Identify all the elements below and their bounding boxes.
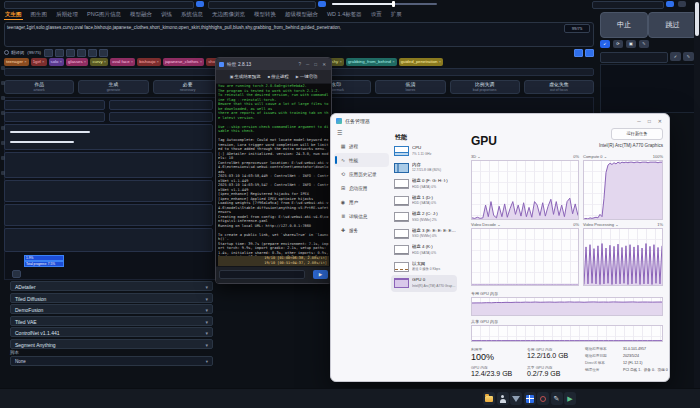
copy-icon[interactable]: [55, 49, 64, 57]
refiner-panel[interactable]: [4, 228, 213, 252]
taskbar-icon-person[interactable]: [497, 392, 509, 405]
translate-config-icon[interactable]: [585, 49, 594, 57]
undo-icon[interactable]: [77, 49, 86, 57]
tab-系统信息[interactable]: 系统信息: [180, 10, 204, 19]
negative-preset-button[interactable]: 必要necessary: [153, 80, 223, 94]
translate-toggle[interactable]: [4, 50, 9, 55]
save-style-icon[interactable]: ✎: [683, 52, 694, 61]
refresh-icon[interactable]: [196, 1, 204, 7]
rail-icon[interactable]: [1, 156, 5, 160]
perf-item-disk[interactable]: 磁盘 3 (E: E: E: E: E: E:)SSD (NVMe) 0%: [391, 226, 457, 243]
tab-无边图像浏览[interactable]: 无边图像浏览: [211, 10, 246, 19]
perf-item-disk[interactable]: 磁盘 0 (F: G: H: I:)HDD (SATA) 0%: [391, 176, 457, 193]
script-dropdown[interactable]: None ▾: [10, 356, 213, 366]
tab-模型融合[interactable]: 模型融合: [129, 10, 153, 19]
minimize-icon[interactable]: ─: [306, 62, 309, 67]
tab-图生图[interactable]: 图生图: [30, 10, 49, 19]
tab-扩展[interactable]: 扩展: [390, 10, 403, 19]
taskmgr-nav-details[interactable]: ≣详细信息: [334, 209, 389, 223]
prompt-tag-chip[interactable]: glasses: [66, 58, 88, 66]
tab-训练[interactable]: 训练: [160, 10, 173, 19]
scrollbar-thumb[interactable]: [695, 2, 699, 36]
taskmgr-nav-services[interactable]: ✚服务: [334, 223, 389, 237]
steps-field[interactable]: [4, 112, 105, 122]
extension-toggle[interactable]: [12, 270, 21, 278]
chevron-down-icon[interactable]: ⌄: [604, 154, 607, 159]
perf-item-cpu[interactable]: CPU7% 1.11 GHz: [391, 143, 457, 160]
accordion-tiled-diffusion[interactable]: Tiled Diffusion▾: [10, 293, 213, 303]
engine-label[interactable]: Video Processing: [583, 222, 614, 227]
prompt-tag-chip[interactable]: japanese_clothes: [163, 58, 204, 66]
taskmgr-nav-startup[interactable]: ⊞启动应用: [334, 181, 389, 195]
rail-icon[interactable]: [1, 171, 5, 175]
prompt-tag-chip[interactable]: grabbing_from_behind: [346, 58, 397, 66]
taskmgr-nav-history[interactable]: ⟲应用历史记录: [334, 167, 389, 181]
scrollbar-track[interactable]: [694, 0, 700, 388]
clear-prompt-icon[interactable]: ⟳: [613, 40, 623, 48]
prompt-tag-chip[interactable]: guided_penetration: [399, 58, 444, 66]
prompt-tag-chip[interactable]: 1girl: [31, 58, 47, 66]
skip-button[interactable]: 跳过: [648, 12, 697, 38]
taskbar-icon-record[interactable]: [537, 392, 549, 405]
perf-item-gpu[interactable]: GPU 0Intel(R) Arc(TM) A770 Graphics 100%: [391, 275, 457, 292]
engine-label[interactable]: Compute 0: [583, 154, 603, 159]
perf-item-eth[interactable]: 以太网发送 0 接收 0 Kbps: [391, 259, 457, 276]
taskmgr-nav-users[interactable]: ◉用户: [334, 195, 389, 209]
prompt-tag-chip[interactable]: solo: [49, 58, 65, 66]
send-command-icon[interactable]: ▶: [313, 270, 328, 279]
rail-icon[interactable]: [1, 126, 5, 130]
prompt-tag-chip[interactable]: teenager: [4, 58, 29, 66]
interrupt-button[interactable]: 中止: [600, 12, 648, 38]
prompt-tag-chip[interactable]: bishoujo: [137, 58, 161, 66]
save-icon[interactable]: [88, 49, 97, 57]
prompt-tag-chip[interactable]: curvy: [90, 58, 108, 66]
taskmgr-nav-processes[interactable]: ▦进程: [334, 139, 389, 153]
perf-item-disk[interactable]: 磁盘 4 (K:)HDD (SATA) 0%: [391, 242, 457, 259]
perf-item-disk[interactable]: 磁盘 2 (C: J:)SSD (NVMe) 2%: [391, 209, 457, 226]
console-command-input[interactable]: [219, 270, 305, 279]
engine-label[interactable]: 3D: [471, 154, 476, 159]
accordion-demofusion[interactable]: DemoFusion▾: [10, 304, 213, 314]
taskbar-icon-app-window[interactable]: [524, 392, 536, 405]
minimize-icon[interactable]: ─: [637, 118, 641, 124]
tab-PNG图片信息[interactable]: PNG图片信息: [86, 10, 122, 19]
sampler-dropdown[interactable]: [4, 100, 105, 110]
console-play-button[interactable]: ▶一键启动: [296, 74, 318, 79]
hamburger-icon[interactable]: ☰: [337, 129, 342, 136]
styles-input[interactable]: [600, 52, 668, 63]
rail-icon[interactable]: [1, 141, 5, 145]
maximize-icon[interactable]: □: [314, 62, 317, 67]
chevron-down-icon[interactable]: ⌄: [497, 222, 500, 227]
negative-preset-button[interactable]: 生成generate: [78, 80, 148, 94]
taskbar-icon-explorer[interactable]: [483, 392, 495, 405]
extra-networks-icon[interactable]: ▣: [626, 40, 636, 48]
refresh-icon[interactable]: [318, 1, 326, 7]
paste-icon[interactable]: [66, 49, 75, 57]
apply-style-icon[interactable]: ✓: [670, 52, 681, 61]
perf-item-disk[interactable]: 磁盘 1 (D:)HDD (SATA) 0%: [391, 193, 457, 210]
close-icon[interactable]: ✕: [322, 62, 326, 67]
rail-icon[interactable]: [1, 81, 5, 85]
quicksettings-vae-input[interactable]: [208, 1, 316, 9]
rail-icon[interactable]: [1, 111, 5, 115]
height-slider[interactable]: [10, 141, 74, 143]
perf-item-mem[interactable]: 内存12.7/15.8 GB (80%): [391, 160, 457, 177]
rail-icon[interactable]: [1, 66, 5, 70]
chevron-down-icon[interactable]: ⌄: [615, 222, 618, 227]
settings-icon[interactable]: [678, 1, 686, 7]
close-icon[interactable]: ✕: [658, 118, 662, 124]
refresh-icon[interactable]: [666, 1, 674, 7]
settings-icon[interactable]: [99, 49, 108, 57]
console-stop-button[interactable]: ■停止进程: [268, 74, 289, 79]
accordion-segment-anything[interactable]: Segment Anything▾: [10, 339, 213, 349]
negative-preset-button[interactable]: 作品artwork: [4, 80, 74, 94]
hires-panel[interactable]: [4, 204, 213, 226]
negative-preset-button[interactable]: 比例失调bad proportions: [450, 80, 520, 94]
tab-模型转换[interactable]: 模型转换: [253, 10, 277, 19]
tab-设置[interactable]: 设置: [370, 10, 383, 19]
styles-edit-icon[interactable]: ✎: [639, 40, 649, 48]
taskbar-icon-play[interactable]: ▶: [564, 392, 576, 405]
tab-WD 1.4标签器[interactable]: WD 1.4标签器: [326, 10, 363, 19]
paste-params-icon[interactable]: ↙: [600, 40, 610, 48]
taskmgr-titlebar[interactable]: 任务管理器 ─ □ ✕: [331, 114, 669, 127]
